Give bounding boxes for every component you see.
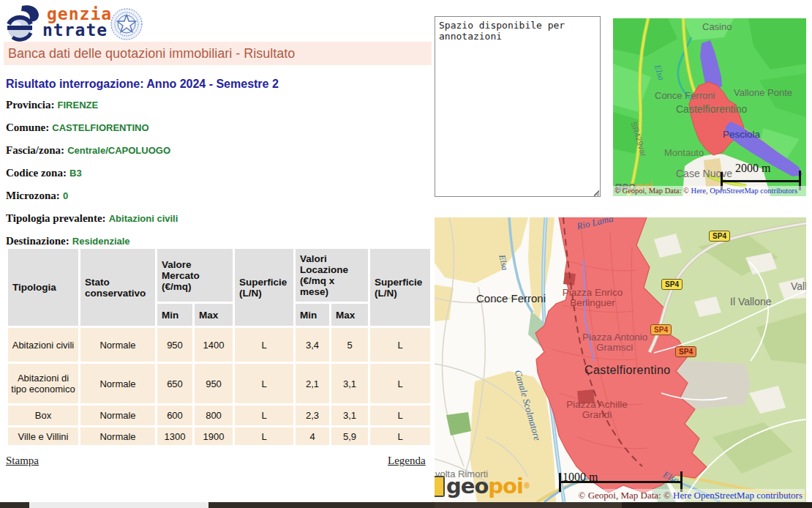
quotations-table: Tipologia Stato conservativo Valore Merc… [6,247,432,447]
cell-superficie: L [235,328,293,362]
map-label-conce-ferroni: Conce Ferroni [476,293,546,305]
scale-bar [721,180,801,182]
cell-stato: Normale [80,328,155,362]
cell-superficie: L [235,427,293,445]
map-label-vallone-ponte: Vallone Ponte [734,88,792,98]
field-codice-zona: Codice zona: B3 [6,166,429,179]
cell-superficie: L [235,364,293,403]
scale-label: 2000 m [735,162,770,175]
table-row: Abitazioni civiliNormale9501400L3,45L [8,328,430,362]
map-label-piazza-berlinguer: Piazza EnricoBerlinguer [557,288,628,308]
map-label-piazza-gramsci: Piazza AntonioGramsci [582,332,647,353]
cell-max: 5,9 [331,427,368,445]
cell-superficie: L [370,364,430,403]
road-badge-sp4: SP4 [709,231,730,242]
cell-max: 950 [195,364,233,403]
here-link[interactable]: Here [673,490,691,501]
map-label-montauto: Montauto [664,148,704,158]
road-badge-sp4: SP4 [661,279,683,290]
query-result-block: Risultato interrogazione: Anno 2024 - Se… [6,78,429,257]
col-header-max-1: Max [195,304,233,326]
cell-max: 1400 [195,328,233,362]
stampa-link[interactable]: Stampa [6,455,39,467]
map-label-pesciola: Pesciola [723,130,760,140]
cell-tipologia: Ville e Villini [8,427,78,445]
col-header-stato: Stato conservativo [80,249,155,326]
map-attribution: © Geopoi, Map Data: © Here, OpenStreetMa… [613,186,806,196]
map-label-il-vallone: Il Vallone [730,296,772,307]
col-header-valori-locazione: Valori Locazione (€/mq x mese) [296,249,368,302]
road-badge-sp4: SP4 [675,346,696,357]
result-title: Risultato interrogazione: Anno 2024 - Se… [6,78,429,91]
italy-emblem-icon [110,7,143,41]
cell-superficie: L [370,406,430,425]
map-label-castelfiorentino: Castelfiorentino [584,365,671,377]
geopoi-logo: geopoi® [435,474,530,498]
cell-max: 5 [331,328,368,362]
annotations-area: Spazio disponibile per annotazioni [435,16,601,200]
cell-tipologia: Abitazioni di tipo economico [8,364,78,403]
scrollbar-thumb[interactable] [29,502,208,508]
col-header-superficie-1: Superficie (L/N) [235,249,293,326]
page-title-banner: Banca dati delle quotazioni immobiliari … [4,42,432,65]
scrollbar-track-segment [435,502,622,508]
table-header-row: Tipologia Stato conservativo Valore Merc… [8,249,430,302]
cell-max: 800 [195,406,233,425]
zone-map-terrain [435,217,806,502]
overview-map[interactable]: Casino Conce Ferroni Vallone Ponte Caste… [613,18,806,196]
cell-stato: Normale [80,406,155,425]
table-row: BoxNormale600800L2,33,1L [8,406,430,425]
map-label-casino: Casino [702,22,732,32]
cell-min: 600 [157,406,192,425]
cell-min: 2,3 [296,406,329,425]
map-label-case-nuove: Case Nuove [676,168,732,179]
cell-min: 1300 [157,427,192,445]
osm-link[interactable]: OpenStreetMap contributors [694,490,802,501]
field-comune: Comune: CASTELFIORENTINO [6,121,429,134]
zone-detail-map[interactable]: Rio Lama Canale Scolmatore Elsa Elsa Con… [435,217,806,502]
scrollbar-track-segment [622,502,812,508]
annotations-textarea[interactable]: Spazio disponibile per annotazioni [435,16,601,197]
map-label-elsa: Elsa [497,254,510,271]
agenzia-entrate-logo: genzia ntrate [6,3,152,41]
field-provincia: Provincia: FIRENZE [6,98,429,111]
cell-min: 650 [157,364,192,403]
table-row: Ville e VilliniNormale13001900L45,9L [8,427,430,445]
map-attribution: © Geopoi, Map Data: © Here OpenStreetMap… [576,489,805,501]
scale-tick [559,473,561,492]
osm-link[interactable]: OpenStreetMap contributors [710,187,797,195]
page: genzia ntrate Banca dati delle quotazion… [0,0,812,508]
cell-tipologia: Box [8,406,78,425]
cell-stato: Normale [80,427,155,445]
table-row: Abitazioni di tipo economicoNormale65095… [8,364,430,403]
logo-word-entrate: ntrate [42,22,112,38]
legenda-link[interactable]: Legenda [388,455,426,467]
cell-min: 4 [296,427,329,445]
here-link[interactable]: Here [691,187,706,195]
cell-superficie: L [370,427,430,445]
result-title-value: Anno 2024 - Semestre 2 [143,78,278,90]
cell-tipologia: Abitazioni civili [8,328,78,362]
map-label-vallone-clipped: Vall [791,281,806,292]
map-label-conce-ferroni: Conce Ferroni [655,91,715,101]
cell-stato: Normale [80,364,155,403]
horizontal-scrollbar[interactable] [0,502,812,508]
cell-max: 3,1 [331,364,368,403]
road-badge-sp4: SP4 [650,324,672,335]
result-title-label: Risultato interrogazione: [6,78,143,90]
scale-bar [560,481,683,483]
col-header-valore-mercato: Valore Mercato (€/mq) [157,249,233,302]
cell-superficie: L [235,406,293,425]
cell-superficie: L [370,328,430,362]
cell-min: 2,1 [296,364,329,403]
col-header-tipologia: Tipologia [8,249,78,326]
cell-max: 3,1 [331,406,368,425]
cell-max: 1900 [195,427,233,445]
col-header-superficie-2: Superficie (L/N) [370,249,430,326]
logo-word-agenzia: genzia [47,6,112,22]
col-header-min-1: Min [157,304,192,326]
field-microzona: Microzona: 0 [6,189,429,202]
col-header-min-2: Min [296,304,329,326]
logo-wordmark: genzia ntrate [42,6,112,38]
map-label-castelfiorentino: Castelfiorentino [676,104,747,115]
